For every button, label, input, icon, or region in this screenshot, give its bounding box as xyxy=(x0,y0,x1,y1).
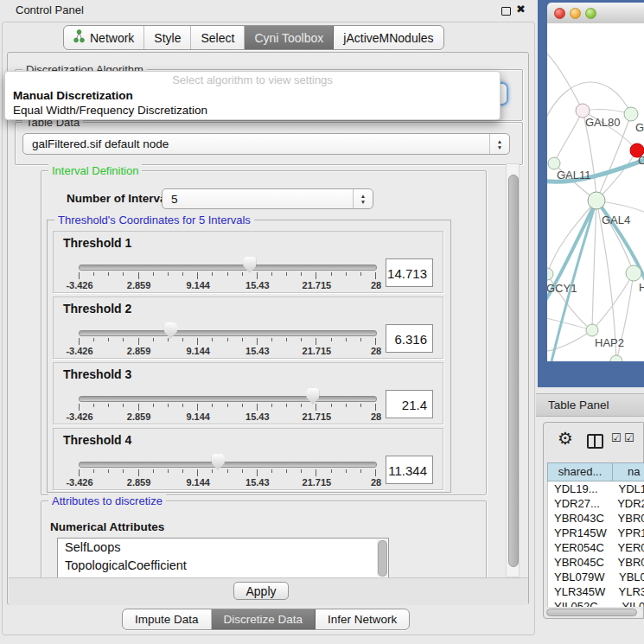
threshold-value-field[interactable]: 21.4 xyxy=(386,390,433,418)
tick-mark xyxy=(271,272,272,276)
tick-label: 2.859 xyxy=(127,346,151,356)
table-row[interactable]: YER054CYER0 xyxy=(548,540,644,555)
threshold-slider-track[interactable] xyxy=(79,330,377,336)
numerical-attributes-list[interactable]: SelfLoopsTopologicalCoefficientBetweenne… xyxy=(57,538,389,577)
tick-mark xyxy=(123,404,124,407)
slider-ticks xyxy=(79,338,376,346)
tick-mark xyxy=(93,272,94,276)
network-node[interactable] xyxy=(610,355,622,361)
threshold-slider-track[interactable] xyxy=(79,462,377,468)
table-hscrollbar[interactable] xyxy=(545,609,643,617)
list-scrollbar[interactable] xyxy=(377,539,387,577)
tick-mark xyxy=(257,272,258,279)
network-node-gal11[interactable] xyxy=(548,157,560,169)
tick-mark xyxy=(375,469,376,476)
threshold-slider-thumb[interactable] xyxy=(243,257,256,273)
tick-mark xyxy=(331,469,332,473)
network-node-ga[interactable] xyxy=(624,107,638,121)
table-row[interactable]: YBR045CYBR0 xyxy=(548,555,644,570)
stepper-arrows-icon[interactable]: ▲▼ xyxy=(353,189,373,208)
scrollbar-thumb[interactable] xyxy=(508,175,519,567)
algorithm-option-manual-discretization[interactable]: Manual Discretization xyxy=(5,88,500,103)
tick-mark xyxy=(138,404,139,411)
tab-jactivemnodules[interactable]: jActiveMNodules xyxy=(334,26,443,49)
threshold-slider-track[interactable] xyxy=(79,396,377,402)
cell-shared-name: YPR145W xyxy=(548,526,612,540)
control-panel-tabs: NetworkStyleSelectCyni ToolboxjActiveMNo… xyxy=(63,25,444,50)
threshold-slider-track[interactable] xyxy=(79,265,377,271)
tick-label: 9.144 xyxy=(186,477,210,488)
tab-style[interactable]: Style xyxy=(144,26,191,49)
tick-label: 15.43 xyxy=(245,477,270,488)
stepper-arrows-icon[interactable]: ▲▼ xyxy=(489,134,509,154)
settings-scrollbar[interactable] xyxy=(506,163,520,577)
gear-icon[interactable]: ⚙ xyxy=(558,430,573,447)
network-node-h[interactable] xyxy=(626,265,641,281)
threshold-value-field[interactable]: 6.316 xyxy=(386,324,433,353)
tab-label: Infer Network xyxy=(328,613,397,626)
threshold-label: Threshold 1 xyxy=(63,236,131,250)
table-row[interactable]: YIL052CYIL0 xyxy=(548,599,644,607)
column-header-name[interactable]: na xyxy=(612,462,644,481)
threshold-panel-4: Threshold 4-3.4262.8599.14415.4321.71528… xyxy=(53,428,443,490)
tab-network[interactable]: Network xyxy=(64,26,144,49)
tick-mark xyxy=(316,272,316,279)
table-row[interactable]: YBL079WYBL0 xyxy=(548,570,644,584)
algorithm-placeholder-option[interactable]: Select algorithm to view settings xyxy=(5,72,500,88)
close-icon[interactable]: ✖ xyxy=(516,3,526,16)
columns-icon[interactable] xyxy=(587,434,603,449)
tab-label: Impute Data xyxy=(135,613,199,626)
tab-cyni-toolbox[interactable]: Cyni Toolbox xyxy=(245,26,334,49)
tick-mark xyxy=(93,469,94,473)
network-view-window[interactable]: GAL80GACGAL11GAL4GCY1HHAP2 xyxy=(538,0,644,387)
threshold-label: Threshold 2 xyxy=(63,302,131,316)
cell-name: YBL0 xyxy=(613,570,644,584)
tab-infer-network[interactable]: Infer Network xyxy=(316,609,409,629)
network-node-gal4[interactable] xyxy=(588,192,605,209)
algorithm-option-equal-width-frequency-discretization[interactable]: Equal Width/Frequency Discretization xyxy=(5,103,500,118)
tick-mark xyxy=(346,338,347,341)
number-of-intervals-combobox[interactable]: 5 ▲▼ xyxy=(162,188,373,209)
checkbox-icon[interactable]: ☑ xyxy=(624,432,634,444)
attribute-item-topologicalcoefficient[interactable]: TopologicalCoefficient xyxy=(58,557,388,575)
table-row[interactable]: YLR345WYLR3 xyxy=(548,584,644,599)
tab-impute-data[interactable]: Impute Data xyxy=(123,609,212,629)
tab-label: Discretize Data xyxy=(224,613,303,626)
cell-name: YDL1 xyxy=(613,481,644,496)
network-node-gcy1[interactable] xyxy=(547,268,553,280)
tick-label: 28 xyxy=(371,411,381,422)
table-row[interactable]: YBR043CYBR0 xyxy=(548,511,644,526)
tab-select[interactable]: Select xyxy=(191,26,245,49)
minimize-window-button[interactable] xyxy=(570,8,581,19)
network-node-hap2[interactable] xyxy=(586,324,598,336)
checkbox-icon[interactable]: ☑ xyxy=(611,432,622,444)
tick-mark xyxy=(242,338,243,341)
table-row[interactable]: YDL19...YDL1 xyxy=(548,481,644,496)
float-panel-icon[interactable] xyxy=(501,7,511,16)
tick-mark xyxy=(375,272,376,279)
apply-button[interactable]: Apply xyxy=(233,582,289,600)
threshold-label: Threshold 4 xyxy=(63,433,131,447)
table-row[interactable]: YDR27...YDR2 xyxy=(548,496,644,511)
threshold-value-field[interactable]: 11.344 xyxy=(386,456,433,484)
threshold-slider-thumb[interactable] xyxy=(164,322,177,339)
tick-mark xyxy=(212,469,213,473)
threshold-slider-thumb[interactable] xyxy=(306,388,319,405)
cell-shared-name: YBR043C xyxy=(548,511,612,526)
threshold-slider-thumb[interactable] xyxy=(212,454,225,470)
zoom-window-button[interactable] xyxy=(585,8,596,19)
scrollbar-thumb[interactable] xyxy=(546,609,637,616)
threshold-value-field[interactable]: 14.713 xyxy=(386,258,433,287)
tab-discretize-data[interactable]: Discretize Data xyxy=(212,609,316,629)
close-window-button[interactable] xyxy=(554,8,565,19)
tick-mark xyxy=(286,272,287,276)
table-data-combobox[interactable]: galFiltered.sif default node ▲▼ xyxy=(22,133,510,155)
tab-label: Network xyxy=(90,31,134,45)
column-header-shared-name[interactable]: shared... xyxy=(547,462,612,481)
attribute-item-selfloops[interactable]: SelfLoops xyxy=(58,539,388,557)
tick-label: 9.144 xyxy=(186,411,210,422)
slider-ticks xyxy=(79,404,376,411)
tick-label: 15.43 xyxy=(245,280,270,290)
network-canvas[interactable]: GAL80GACGAL11GAL4GCY1HHAP2 xyxy=(547,23,644,361)
table-row[interactable]: YPR145WYPR1 xyxy=(548,526,644,540)
